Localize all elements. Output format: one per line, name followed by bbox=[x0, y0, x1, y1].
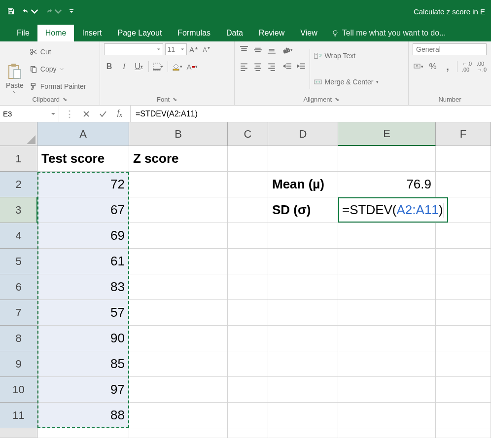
cell-A10[interactable]: 97 bbox=[37, 377, 129, 403]
dialog-launcher-icon[interactable]: ⬊ bbox=[335, 96, 339, 103]
cell-B5[interactable] bbox=[129, 249, 228, 274]
cell-A5[interactable]: 61 bbox=[37, 249, 129, 274]
cell-B7[interactable] bbox=[129, 300, 228, 326]
cell-E9[interactable] bbox=[338, 351, 436, 377]
col-header-B[interactable]: B bbox=[129, 122, 228, 146]
row-header-8[interactable]: 8 bbox=[0, 326, 37, 351]
row-header-12[interactable] bbox=[0, 428, 37, 438]
cell-B4[interactable] bbox=[129, 223, 228, 249]
number-format-combo[interactable]: General bbox=[413, 43, 487, 55]
cell-E6[interactable] bbox=[338, 274, 436, 300]
cell-B3[interactable] bbox=[129, 197, 228, 223]
bold-button[interactable]: B bbox=[104, 61, 115, 72]
tell-me-search[interactable]: Tell me what you want to do... bbox=[325, 25, 452, 41]
merge-center-button[interactable]: Merge & Center ▾ bbox=[313, 77, 380, 87]
cell-D11[interactable] bbox=[268, 403, 338, 428]
cell-B9[interactable] bbox=[129, 351, 228, 377]
cell-B1[interactable]: Z score bbox=[129, 146, 228, 172]
cell-F8[interactable] bbox=[436, 326, 491, 351]
cell-A4[interactable]: 69 bbox=[37, 223, 129, 249]
cell-F1[interactable] bbox=[436, 146, 491, 172]
cell-C9[interactable] bbox=[228, 351, 268, 377]
cut-button[interactable]: Cut bbox=[29, 47, 87, 57]
row-header-2[interactable]: 2 bbox=[0, 172, 37, 197]
fx-button[interactable]: fx bbox=[111, 106, 128, 122]
cell-F5[interactable] bbox=[436, 249, 491, 274]
cell-A6[interactable]: 83 bbox=[37, 274, 129, 300]
cell-D7[interactable] bbox=[268, 300, 338, 326]
cell-C5[interactable] bbox=[228, 249, 268, 274]
undo-button[interactable] bbox=[22, 7, 38, 15]
dialog-launcher-icon[interactable]: ⬊ bbox=[63, 96, 67, 103]
cell-E5[interactable] bbox=[338, 249, 436, 274]
align-left-button[interactable] bbox=[239, 61, 249, 72]
increase-decimal-button[interactable]: ←.0.00 bbox=[461, 61, 472, 72]
italic-button[interactable]: I bbox=[119, 61, 130, 72]
accounting-format-button[interactable]: ▾ bbox=[413, 61, 423, 72]
align-center-button[interactable] bbox=[252, 61, 263, 72]
cell-A1[interactable]: Test score bbox=[37, 146, 129, 172]
cell-C3[interactable] bbox=[228, 197, 268, 223]
cancel-formula-button[interactable] bbox=[78, 106, 95, 122]
row-header-4[interactable]: 4 bbox=[0, 223, 37, 249]
cell-D8[interactable] bbox=[268, 326, 338, 351]
font-family-combo[interactable] bbox=[104, 43, 163, 55]
cell-F4[interactable] bbox=[436, 223, 491, 249]
cell-C2[interactable] bbox=[228, 172, 268, 197]
cell-E2[interactable]: 76.9 bbox=[338, 172, 436, 197]
col-header-E[interactable]: E bbox=[338, 122, 436, 146]
align-right-button[interactable] bbox=[266, 61, 277, 72]
cell-E7[interactable] bbox=[338, 300, 436, 326]
col-header-A[interactable]: A bbox=[37, 122, 129, 146]
cell-F6[interactable] bbox=[436, 274, 491, 300]
cell-A9[interactable]: 85 bbox=[37, 351, 129, 377]
name-box-input[interactable] bbox=[3, 110, 37, 118]
decrease-font-button[interactable]: A▼ bbox=[202, 44, 212, 55]
font-size-combo[interactable]: 11 bbox=[165, 43, 187, 55]
dialog-launcher-icon[interactable]: ⬊ bbox=[173, 96, 177, 103]
select-all-corner[interactable] bbox=[0, 122, 37, 146]
formula-input[interactable] bbox=[130, 106, 491, 122]
tab-review[interactable]: Review bbox=[251, 25, 292, 41]
cell-F10[interactable] bbox=[436, 377, 491, 403]
row-header-6[interactable]: 6 bbox=[0, 274, 37, 300]
cell-A7[interactable]: 57 bbox=[37, 300, 129, 326]
paste-button[interactable]: Paste bbox=[4, 43, 26, 94]
percent-button[interactable]: % bbox=[427, 61, 438, 72]
cell-E10[interactable] bbox=[338, 377, 436, 403]
cell-B10[interactable] bbox=[129, 377, 228, 403]
cell-D3[interactable]: SD (σ) bbox=[268, 197, 338, 223]
orientation-button[interactable]: ab▾ bbox=[282, 44, 293, 55]
decrease-indent-button[interactable] bbox=[282, 61, 293, 72]
cell-A11[interactable]: 88 bbox=[37, 403, 129, 428]
cell-C6[interactable] bbox=[228, 274, 268, 300]
cell-B6[interactable] bbox=[129, 274, 228, 300]
cell-F9[interactable] bbox=[436, 351, 491, 377]
cell-C8[interactable] bbox=[228, 326, 268, 351]
increase-font-button[interactable]: A▲ bbox=[189, 44, 200, 55]
cell-F7[interactable] bbox=[436, 300, 491, 326]
cell-F11[interactable] bbox=[436, 403, 491, 428]
cell-C11[interactable] bbox=[228, 403, 268, 428]
cell-E11[interactable] bbox=[338, 403, 436, 428]
tab-file[interactable]: File bbox=[9, 25, 37, 41]
row-header-3[interactable]: 3 bbox=[0, 197, 37, 223]
cell-edit-overlay[interactable]: =STDEV(A2:A11) bbox=[338, 197, 448, 223]
tab-home[interactable]: Home bbox=[37, 25, 74, 41]
cell-F2[interactable] bbox=[436, 172, 491, 197]
row-header-7[interactable]: 7 bbox=[0, 300, 37, 326]
cell-A3[interactable]: 67 bbox=[37, 197, 129, 223]
row-header-10[interactable]: 10 bbox=[0, 377, 37, 403]
row-header-1[interactable]: 1 bbox=[0, 146, 37, 172]
cell-D9[interactable] bbox=[268, 351, 338, 377]
cell-D2[interactable]: Mean (µ) bbox=[268, 172, 338, 197]
copy-button[interactable]: Copy bbox=[29, 64, 87, 74]
wrap-text-button[interactable]: ab Wrap Text bbox=[313, 51, 380, 61]
spreadsheet[interactable]: A B C D E F 1 Test score Z score 2 72 Me… bbox=[0, 122, 491, 438]
align-middle-button[interactable] bbox=[252, 44, 263, 55]
decrease-decimal-button[interactable]: .00→.0 bbox=[476, 61, 487, 72]
cell-D4[interactable] bbox=[268, 223, 338, 249]
cell-B8[interactable] bbox=[129, 326, 228, 351]
fill-color-button[interactable]: ▾ bbox=[172, 61, 183, 72]
cell-D10[interactable] bbox=[268, 377, 338, 403]
